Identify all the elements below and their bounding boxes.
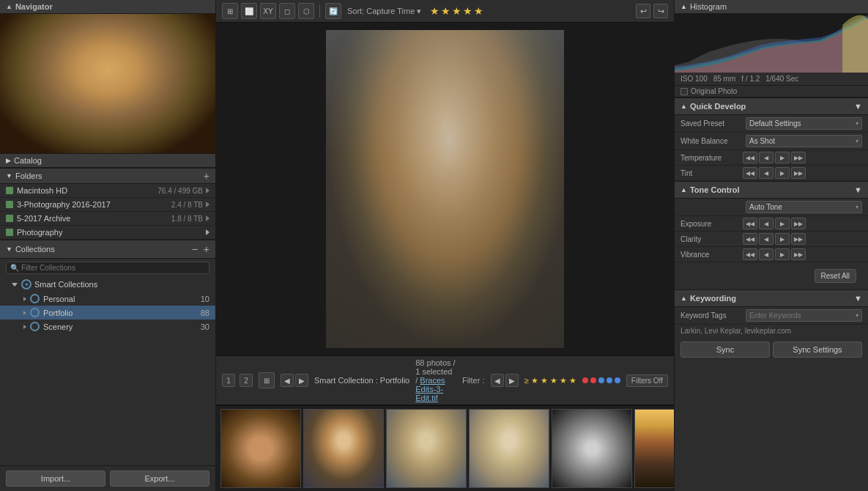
tint-inc-large[interactable]: ▶▶ — [791, 167, 806, 179]
clarity-inc-small[interactable]: ▶ — [775, 233, 790, 245]
tone-control-dropdown[interactable]: Auto Tone ▾ — [746, 201, 862, 213]
export-button[interactable]: Export... — [110, 470, 209, 487]
nav-prev-button[interactable]: ↩ — [636, 4, 650, 18]
collection-name-scenery: Scenery — [43, 322, 201, 331]
collections-plus-button[interactable]: + — [204, 244, 209, 254]
compare-view-button[interactable]: XY — [260, 3, 276, 19]
folder-item-0[interactable]: Macintosh HD 76.4 / 499 GB — [0, 184, 215, 198]
clarity-inc-large[interactable]: ▶▶ — [791, 233, 806, 245]
filter-nav-btns: ◀ ▶ — [491, 374, 519, 387]
folder-item-2[interactable]: 5-2017 Archive 1.8 / 8 TB — [0, 212, 215, 226]
tint-inc-small[interactable]: ▶ — [775, 167, 790, 179]
keyword-tags-input[interactable]: Enter Keywords ▾ — [746, 309, 862, 322]
white-balance-value: As Shot — [749, 137, 775, 145]
collection-item-scenery[interactable]: Scenery 30 — [0, 320, 215, 333]
folder-item-1[interactable]: 3-Photography 2016-2017 2.4 / 8 TB — [0, 198, 215, 212]
status-grid-button[interactable]: ⊞ — [259, 372, 275, 388]
folder-item-3[interactable]: Photography — [0, 226, 215, 240]
collections-filter-input[interactable] — [21, 264, 205, 272]
temp-dec-large[interactable]: ◀◀ — [743, 152, 757, 163]
folders-header[interactable]: ▼ Folders + — [0, 168, 215, 184]
sync-button[interactable]: Sync — [680, 342, 770, 358]
people-view-button[interactable]: ⬡ — [298, 3, 314, 19]
vibrance-dec-large[interactable]: ◀◀ — [743, 248, 757, 260]
histogram-chart — [675, 14, 868, 73]
survey-view-button[interactable]: ◻ — [279, 3, 295, 19]
exp-dec-small[interactable]: ◀ — [759, 218, 774, 229]
folder-arrow-2 — [206, 215, 209, 221]
quick-develop-label: Quick Develop — [690, 102, 746, 111]
main-photo — [326, 30, 565, 348]
status-back-button[interactable]: ◀ — [281, 374, 294, 387]
vibrance-dec-small[interactable]: ◀ — [759, 248, 774, 260]
import-button[interactable]: Import... — [6, 470, 105, 487]
collection-count-portfolio: 88 — [201, 309, 209, 317]
clarity-label: Clarity — [680, 235, 743, 243]
histogram-header[interactable]: ▲ Histogram — [675, 0, 868, 14]
exp-inc-small[interactable]: ▶ — [775, 218, 790, 229]
film-thumb-2[interactable] — [303, 409, 384, 488]
folders-add-button[interactable]: + — [204, 171, 209, 181]
temp-inc-small[interactable]: ▶ — [775, 152, 790, 163]
grid-view-button[interactable]: ⊞ — [222, 3, 238, 19]
exp-inc-large[interactable]: ▶▶ — [791, 218, 806, 229]
white-balance-dropdown[interactable]: As Shot ▾ — [746, 135, 862, 147]
tint-label: Tint — [680, 169, 743, 177]
camera-shutter: 1/640 Sec — [765, 75, 798, 83]
filter-back-button[interactable]: ◀ — [491, 374, 504, 387]
spray-can-button[interactable]: 🔄 — [325, 3, 341, 19]
vibrance-inc-large[interactable]: ▶▶ — [791, 248, 806, 260]
filter-forward-button[interactable]: ▶ — [505, 374, 519, 387]
keywording-section: ▲ Keywording ▼ Keyword Tags Enter Keywor… — [675, 289, 868, 337]
temperature-row: Temperature ◀◀ ◀ ▶ ▶▶ — [675, 150, 868, 166]
film-thumb-1[interactable] — [220, 409, 301, 488]
filters-off-label[interactable]: Filters Off — [626, 374, 668, 387]
center-toolbar: ⊞ ⬜ XY ◻ ⬡ 🔄 Sort: Capture Time ▾ ★ ★ ★ … — [216, 0, 674, 23]
quick-develop-header[interactable]: ▲ Quick Develop ▼ — [675, 97, 868, 115]
smart-collections-header[interactable]: ✦ Smart Collections — [0, 277, 215, 292]
collection-item-personal[interactable]: Personal 10 — [0, 292, 215, 306]
temp-dec-small[interactable]: ◀ — [759, 152, 774, 163]
clarity-dec-large[interactable]: ◀◀ — [743, 233, 757, 245]
film-thumb-3[interactable] — [386, 409, 467, 488]
exp-dec-large[interactable]: ◀◀ — [743, 218, 757, 229]
sort-value[interactable]: Capture Time — [366, 7, 415, 15]
original-photo-checkbox[interactable] — [680, 88, 688, 95]
film-thumb-inner-4 — [470, 410, 549, 487]
saved-preset-dropdown[interactable]: Default Settings ▾ — [746, 117, 862, 130]
folder-size-2: 1.8 / 8 TB — [171, 215, 203, 223]
folders-label: Folders — [15, 171, 42, 180]
white-balance-row: White Balance As Shot ▾ — [675, 133, 868, 150]
reset-all-button[interactable]: Reset All — [815, 269, 856, 283]
vibrance-label: Vibrance — [680, 251, 743, 259]
tint-dec-small[interactable]: ◀ — [759, 167, 774, 179]
quick-develop-arrow: ▼ — [854, 102, 862, 111]
status-forward-button[interactable]: ▶ — [295, 374, 308, 387]
catalog-header[interactable]: ▶ Catalog — [0, 153, 215, 168]
navigator-header[interactable]: ▲ Navigator — [0, 0, 215, 14]
film-thumb-inner-1 — [221, 410, 300, 487]
collections-minus-button[interactable]: − — [192, 244, 198, 254]
tint-dec-large[interactable]: ◀◀ — [743, 167, 757, 179]
film-thumb-5[interactable] — [552, 409, 632, 488]
page-2-button[interactable]: 2 — [240, 374, 253, 387]
histogram-label: Histogram — [690, 2, 727, 11]
nav-next-button[interactable]: ↪ — [653, 4, 668, 18]
film-thumb-6[interactable] — [634, 409, 674, 488]
film-thumb-4[interactable] — [469, 409, 549, 488]
sync-settings-button[interactable]: Sync Settings — [773, 342, 862, 358]
dot-indicators — [582, 377, 620, 383]
page-1-button[interactable]: 1 — [222, 374, 235, 387]
temperature-adj-btns: ◀◀ ◀ ▶ ▶▶ — [743, 152, 806, 163]
vibrance-inc-small[interactable]: ▶ — [775, 248, 790, 260]
tone-control-header[interactable]: ▲ Tone Control ▼ — [675, 181, 868, 199]
left-panel: ▲ Navigator ▶ Catalog ▼ Folders + — [0, 0, 216, 491]
collections-header[interactable]: ▼ Collections − + — [0, 240, 215, 259]
collection-item-portfolio[interactable]: Portfolio 88 — [0, 306, 215, 320]
camera-aperture: f / 1.2 — [741, 75, 760, 83]
keywording-header[interactable]: ▲ Keywording ▼ — [675, 289, 868, 307]
loupe-view-button[interactable]: ⬜ — [241, 3, 257, 19]
folder-arrow-3 — [206, 229, 209, 235]
temp-inc-large[interactable]: ▶▶ — [791, 152, 806, 163]
clarity-dec-small[interactable]: ◀ — [759, 233, 774, 245]
